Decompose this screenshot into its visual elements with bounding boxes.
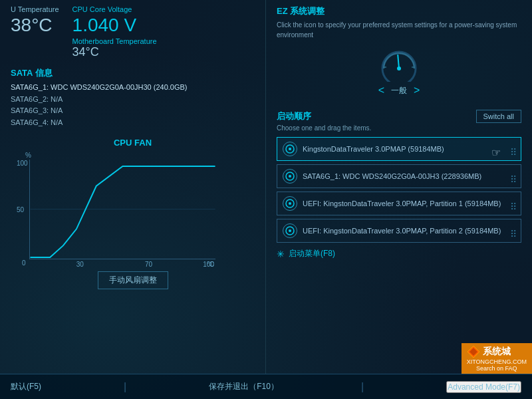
voltage-value: 1.040 V — [72, 15, 157, 36]
mb-temp-label: Motherboard Temperature — [72, 37, 157, 45]
ez-desc: Click the icon to specify your preferred… — [277, 20, 521, 40]
boot-subtitle: Choose one and drag the items. — [277, 124, 521, 132]
right-panel: EZ 系统调整 Click the icon to specify your p… — [266, 0, 532, 374]
sata-item: SATA6G_3: N/A — [11, 105, 255, 117]
advanced-mode-button[interactable]: Advanced Mode(F7) — [446, 381, 521, 393]
svg-point-9 — [289, 175, 291, 178]
ez-section: EZ 系统调整 Click the icon to specify your p… — [277, 5, 521, 99]
gauge-area — [277, 45, 521, 82]
save-exit-button[interactable]: 保存并退出（F10） — [209, 381, 279, 392]
svg-point-11 — [289, 202, 291, 205]
gauge-icon — [376, 45, 422, 82]
sata-items: SATA6G_1: WDC WDS240G2G0A-00JH30 (240.0G… — [11, 82, 255, 128]
chart-x30: 30 — [76, 261, 84, 268]
cpu-fan-section: CPU FAN % 100 50 0 30 70 100 °C — [11, 138, 255, 289]
chart-container: 100 50 0 30 70 100 °C — [29, 160, 215, 259]
sata-section: SATA 信息 SATA6G_1: WDC WDS240G2G0A-00JH30… — [11, 67, 255, 128]
boot-title: 启动顺序 — [277, 110, 311, 122]
cpu-core-section: CPU Core Voltage 1.040 V Motherboard Tem… — [72, 5, 157, 59]
cpu-temp-value: 38°C — [11, 15, 59, 36]
boot-item[interactable]: KingstonDataTraveler 3.0PMAP (59184MB)⠿☞ — [277, 137, 521, 161]
cpu-fan-title: CPU FAN — [11, 138, 255, 148]
boot-item-icon — [283, 223, 297, 238]
boot-item[interactable]: UEFI: KingstonDataTraveler 3.0PMAP, Part… — [277, 192, 521, 215]
gauge-prev-button[interactable]: < — [378, 84, 384, 96]
sata-item: SATA6G_1: WDC WDS240G2G0A-00JH30 (240.0G… — [11, 82, 255, 94]
top-section: U Temperature 38°C CPU Core Voltage 1.04… — [11, 5, 255, 59]
boot-item-text: SATA6G_1: WDC WDS240G2G0A-00JH3 (228936M… — [303, 172, 515, 180]
mb-temp-value: 34°C — [72, 45, 157, 59]
boot-item[interactable]: UEFI: KingstonDataTraveler 3.0PMAP, Part… — [277, 219, 521, 243]
boot-item-drag-handle[interactable]: ⠿ — [510, 201, 517, 212]
bottom-bar: 默认(F5) | 保存并退出（F10） | Advanced Mode(F7) — [0, 374, 532, 399]
gauge-label: 一般 — [391, 85, 407, 96]
boot-item-text: KingstonDataTraveler 3.0PMAP (59184MB) — [303, 145, 515, 153]
ez-title: EZ 系统调整 — [277, 5, 521, 17]
cpu-fan-ylabel: % — [25, 152, 31, 159]
gauge-next-button[interactable]: > — [414, 84, 420, 96]
svg-point-7 — [289, 148, 291, 150]
fan-control-button[interactable]: 手动风扇调整 — [98, 271, 168, 289]
separator-2: | — [361, 381, 364, 393]
svg-line-2 — [398, 55, 399, 68]
boot-items-list: KingstonDataTraveler 3.0PMAP (59184MB)⠿☞… — [277, 137, 521, 243]
cpu-core-label: CPU Core Voltage — [72, 5, 157, 13]
sata-item: SATA6G_2: N/A — [11, 94, 255, 106]
switch-all-button[interactable]: Switch all — [476, 110, 521, 123]
bottom-right: Advanced Mode(F7) — [446, 381, 521, 393]
boot-menu[interactable]: ✳ 启动菜单(F8) — [277, 248, 521, 259]
boot-item-icon — [283, 196, 297, 211]
boot-item-drag-handle[interactable]: ⠿ — [510, 174, 517, 185]
boot-section: 启动顺序 Switch all Choose one and drag the … — [277, 110, 521, 368]
left-panel: U Temperature 38°C CPU Core Voltage 1.04… — [0, 0, 266, 374]
svg-point-3 — [397, 66, 401, 70]
chart-xlabel: °C — [207, 261, 214, 268]
svg-point-13 — [289, 229, 291, 232]
boot-item-icon — [283, 142, 297, 156]
default-button[interactable]: 默认(F5) — [11, 381, 41, 392]
chart-x70: 70 — [145, 261, 152, 268]
drag-cursor: ☞ — [491, 146, 501, 159]
boot-item-icon — [283, 169, 297, 184]
chart-y100: 100 — [17, 160, 28, 167]
boot-item-drag-handle[interactable]: ⠿ — [510, 229, 517, 239]
chart-y0: 0 — [22, 259, 26, 267]
sata-item: SATA6G_4: N/A — [11, 117, 255, 129]
cpu-fan-chart — [30, 160, 215, 259]
boot-menu-label: 启动菜单(F8) — [289, 248, 335, 259]
chart-y50: 50 — [17, 205, 24, 213]
boot-item-text: UEFI: KingstonDataTraveler 3.0PMAP, Part… — [303, 200, 515, 207]
boot-menu-icon: ✳ — [277, 249, 285, 259]
boot-item[interactable]: SATA6G_1: WDC WDS240G2G0A-00JH3 (228936M… — [277, 164, 521, 188]
boot-item-text: UEFI: KingstonDataTraveler 3.0PMAP, Part… — [303, 227, 515, 235]
separator-1: | — [124, 381, 126, 393]
cpu-temp-section: U Temperature 38°C — [11, 5, 59, 59]
cpu-temp-label: U Temperature — [11, 5, 59, 13]
boot-item-drag-handle[interactable]: ⠿ — [510, 147, 517, 158]
gauge-nav-area[interactable]: < 一般 > — [277, 84, 521, 96]
sata-title: SATA 信息 — [11, 67, 255, 79]
boot-header: 启动顺序 Switch all — [277, 110, 521, 123]
